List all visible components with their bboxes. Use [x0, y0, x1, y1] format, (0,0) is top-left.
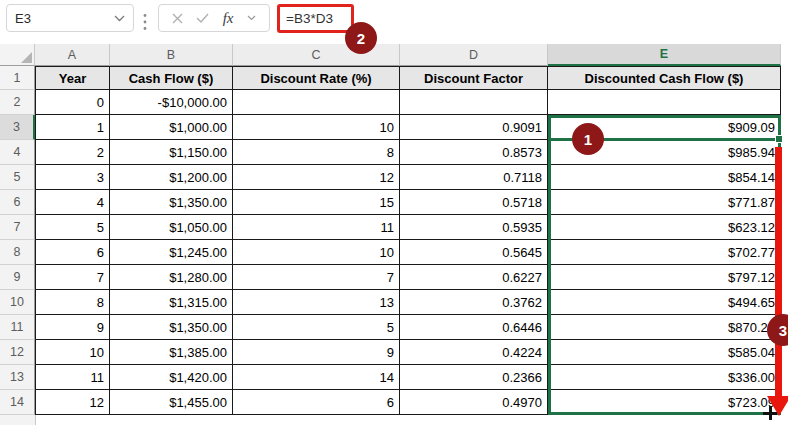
cell-C1[interactable]: Discount Rate (%) [233, 66, 400, 90]
column-header-B[interactable]: B [110, 44, 233, 66]
cell-A6[interactable]: 4 [35, 190, 110, 215]
cell-B14[interactable]: $1,455.00 [110, 390, 233, 415]
cell-B3[interactable]: $1,000.00 [110, 115, 233, 140]
cell-E1[interactable]: Discounted Cash Flow ($) [548, 66, 781, 90]
annotation-arrow-shaft [775, 147, 782, 398]
cell-B5[interactable]: $1,200.00 [110, 165, 233, 190]
cell-E13[interactable]: $336.00 [548, 365, 781, 390]
cell-A8[interactable]: 6 [35, 240, 110, 265]
column-header-A[interactable]: A [35, 44, 110, 66]
row-header-11[interactable]: 11 [0, 315, 35, 340]
cell-A9[interactable]: 7 [35, 265, 110, 290]
row-header-2[interactable]: 2 [0, 90, 35, 115]
cell-D4[interactable]: 0.8573 [400, 140, 548, 165]
cell-A4[interactable]: 2 [35, 140, 110, 165]
cell-E8[interactable]: $702.77 [548, 240, 781, 265]
cell-A11[interactable]: 9 [35, 315, 110, 340]
cell-C12[interactable]: 9 [233, 340, 400, 365]
cell-D10[interactable]: 0.3762 [400, 290, 548, 315]
cell-D6[interactable]: 0.5718 [400, 190, 548, 215]
cell-C9[interactable]: 7 [233, 265, 400, 290]
cell-B13[interactable]: $1,420.00 [110, 365, 233, 390]
cell-D7[interactable]: 0.5935 [400, 215, 548, 240]
cell-B1[interactable]: Cash Flow ($) [110, 66, 233, 90]
row-header-8[interactable]: 8 [0, 240, 35, 265]
cell-C14[interactable]: 6 [233, 390, 400, 415]
cancel-x-icon[interactable] [172, 13, 183, 24]
cell-B6[interactable]: $1,350.00 [110, 190, 233, 215]
row-header-6[interactable]: 6 [0, 190, 35, 215]
cell-E10[interactable]: $494.65 [548, 290, 781, 315]
cell-D13[interactable]: 0.2366 [400, 365, 548, 390]
cell-C6[interactable]: 15 [233, 190, 400, 215]
select-all-corner[interactable] [0, 44, 35, 66]
cell-D14[interactable]: 0.4970 [400, 390, 548, 415]
formula-bar: E3 fx =B3*D3 [0, 0, 788, 44]
insert-function-fx-icon[interactable]: fx [223, 10, 234, 27]
cell-C5[interactable]: 12 [233, 165, 400, 190]
cell-C4[interactable]: 8 [233, 140, 400, 165]
cell-C13[interactable]: 14 [233, 365, 400, 390]
cell-E11[interactable]: $870.22 [548, 315, 781, 340]
cell-D8[interactable]: 0.5645 [400, 240, 548, 265]
cell-B8[interactable]: $1,245.00 [110, 240, 233, 265]
row-header-3[interactable]: 3 [0, 115, 35, 140]
row-header-4[interactable]: 4 [0, 140, 35, 165]
cell-D3[interactable]: 0.9091 [400, 115, 548, 140]
cell-B4[interactable]: $1,150.00 [110, 140, 233, 165]
chevron-down-icon[interactable] [247, 15, 256, 21]
row-header-7[interactable]: 7 [0, 215, 35, 240]
cell-D11[interactable]: 0.6446 [400, 315, 548, 340]
cell-B11[interactable]: $1,350.00 [110, 315, 233, 340]
cell-E14[interactable]: $723.09 [548, 390, 781, 415]
cell-A12[interactable]: 10 [35, 340, 110, 365]
chevron-down-icon[interactable] [114, 15, 125, 22]
cell-A10[interactable]: 8 [35, 290, 110, 315]
row-header-1[interactable]: 1 [0, 66, 35, 90]
cell-A5[interactable]: 3 [35, 165, 110, 190]
cell-E6[interactable]: $771.87 [548, 190, 781, 215]
cell-D12[interactable]: 0.4224 [400, 340, 548, 365]
spreadsheet-window: E3 fx =B3*D3 ABCDE1YearCash Flow ($)Disc… [0, 0, 788, 425]
cell-A7[interactable]: 5 [35, 215, 110, 240]
cell-C3[interactable]: 10 [233, 115, 400, 140]
cell-E5[interactable]: $854.14 [548, 165, 781, 190]
column-header-E[interactable]: E [548, 44, 781, 66]
row-header-10[interactable]: 10 [0, 290, 35, 315]
cell-D1[interactable]: Discount Factor [400, 66, 548, 90]
cell-B2[interactable]: -$10,000.00 [110, 90, 233, 115]
formula-input[interactable]: =B3*D3 [277, 4, 354, 33]
cell-E9[interactable]: $797.12 [548, 265, 781, 290]
row-header-5[interactable]: 5 [0, 165, 35, 190]
cell-C2[interactable] [233, 90, 400, 115]
cell-A2[interactable]: 0 [35, 90, 110, 115]
cell-A1[interactable]: Year [35, 66, 110, 90]
cell-B9[interactable]: $1,280.00 [110, 265, 233, 290]
row-header-9[interactable]: 9 [0, 265, 35, 290]
cell-D9[interactable]: 0.6227 [400, 265, 548, 290]
cell-B7[interactable]: $1,050.00 [110, 215, 233, 240]
cell-E2[interactable] [548, 90, 781, 115]
cell-C7[interactable]: 11 [233, 215, 400, 240]
name-box[interactable]: E3 [6, 4, 134, 32]
enter-check-icon[interactable] [196, 13, 209, 23]
cell-E7[interactable]: $623.12 [548, 215, 781, 240]
annotation-badge-1: 1 [572, 123, 604, 155]
cell-A3[interactable]: 1 [35, 115, 110, 140]
cell-D5[interactable]: 0.7118 [400, 165, 548, 190]
fill-handle[interactable] [775, 135, 783, 143]
cell-A13[interactable]: 11 [35, 365, 110, 390]
cell-B12[interactable]: $1,385.00 [110, 340, 233, 365]
column-header-D[interactable]: D [400, 44, 548, 66]
cell-C10[interactable]: 13 [233, 290, 400, 315]
column-header-C[interactable]: C [233, 44, 400, 66]
cell-B10[interactable]: $1,315.00 [110, 290, 233, 315]
row-header-14[interactable]: 14 [0, 390, 35, 415]
cell-A14[interactable]: 12 [35, 390, 110, 415]
cell-E12[interactable]: $585.04 [548, 340, 781, 365]
row-header-13[interactable]: 13 [0, 365, 35, 390]
cell-D2[interactable] [400, 90, 548, 115]
cell-C11[interactable]: 5 [233, 315, 400, 340]
row-header-12[interactable]: 12 [0, 340, 35, 365]
cell-C8[interactable]: 10 [233, 240, 400, 265]
